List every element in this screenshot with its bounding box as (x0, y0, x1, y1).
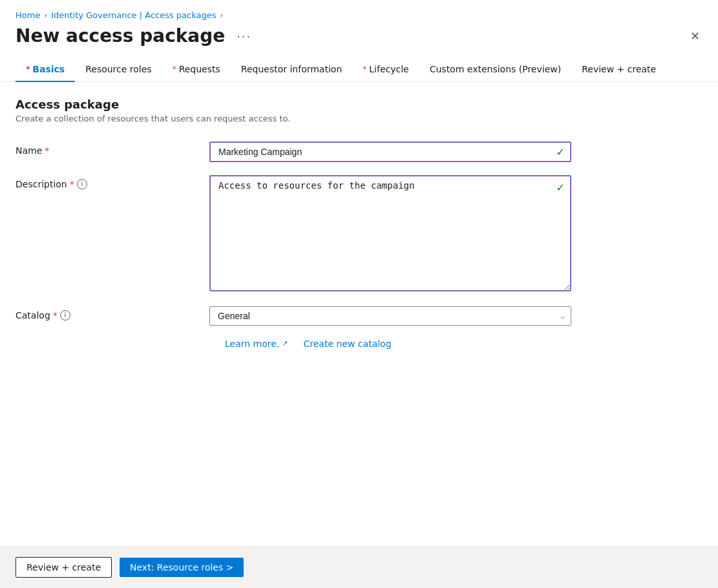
next-resource-roles-button[interactable]: Next: Resource roles > (120, 558, 244, 577)
name-form-row: Name * ✓ (16, 142, 702, 162)
name-check-icon: ✓ (556, 145, 565, 158)
tab-requestor-information[interactable]: Requestor information (231, 58, 352, 82)
catalog-form-row: Catalog * i General Default Catalog ⌵ (16, 306, 702, 326)
close-button[interactable]: ✕ (688, 26, 702, 46)
name-input-container: ✓ (209, 142, 571, 162)
review-create-button[interactable]: Review + create (16, 557, 112, 578)
tab-custom-extensions[interactable]: Custom extensions (Preview) (419, 58, 572, 82)
breadcrumb-identity-governance[interactable]: Identity Governance | Access packages (51, 10, 216, 20)
catalog-info-icon[interactable]: i (60, 310, 70, 320)
learn-more-external-icon: ↗ (282, 339, 288, 348)
panel-title-left: New access package ··· (16, 25, 257, 47)
panel-body: Access package Create a collection of re… (0, 82, 718, 546)
breadcrumb-separator-2: › (220, 11, 224, 20)
description-label: Description * i (16, 175, 209, 189)
create-new-catalog-link[interactable]: Create new catalog (304, 339, 392, 349)
catalog-control-wrap: General Default Catalog ⌵ (209, 306, 571, 326)
learn-more-link[interactable]: Learn more. ↗ (225, 339, 288, 349)
tab-resource-roles[interactable]: Resource roles (75, 58, 162, 82)
tab-lifecycle[interactable]: *Lifecycle (352, 58, 419, 82)
tab-requests-star: * (173, 65, 176, 74)
name-control-wrap: ✓ (209, 142, 571, 162)
tab-basics[interactable]: *Basics (16, 58, 75, 82)
panel-footer: Review + create Next: Resource roles > (0, 546, 718, 588)
description-required-star: * (70, 179, 74, 189)
panel-header: Home › Identity Governance | Access pack… (0, 0, 718, 47)
description-check-icon: ✓ (556, 182, 565, 194)
name-input[interactable] (209, 142, 571, 162)
catalog-label: Catalog * i (16, 306, 209, 320)
name-label: Name * (16, 142, 209, 156)
description-input[interactable]: Access to resources for the campaign (209, 175, 571, 291)
description-info-icon[interactable]: i (77, 179, 87, 189)
page-title: New access package (16, 25, 225, 47)
new-access-package-panel: Home › Identity Governance | Access pack… (0, 0, 718, 588)
tab-requests[interactable]: *Requests (162, 58, 231, 82)
breadcrumb-home[interactable]: Home (16, 10, 40, 20)
panel-title-row: New access package ··· ✕ (16, 25, 702, 47)
description-input-container: Access to resources for the campaign ✓ (209, 175, 571, 293)
links-row: Learn more. ↗ Create new catalog (16, 339, 702, 349)
catalog-select[interactable]: General Default Catalog (209, 306, 571, 326)
description-form-row: Description * i Access to resources for … (16, 175, 702, 293)
tab-review-create[interactable]: Review + create (571, 58, 666, 82)
tabs-bar: *Basics Resource roles *Requests Request… (0, 58, 718, 82)
section-description: Create a collection of resources that us… (16, 114, 702, 123)
name-required-star: * (45, 145, 49, 156)
catalog-required-star: * (53, 310, 58, 320)
section-title: Access package (16, 98, 702, 111)
breadcrumb-separator-1: › (44, 11, 47, 20)
breadcrumb: Home › Identity Governance | Access pack… (16, 10, 702, 20)
tab-lifecycle-star: * (363, 65, 366, 74)
more-options-button[interactable]: ··· (231, 26, 257, 46)
catalog-select-wrap: General Default Catalog ⌵ (209, 306, 571, 326)
description-control-wrap: Access to resources for the campaign ✓ (209, 175, 571, 293)
tab-basics-star: * (26, 65, 30, 74)
